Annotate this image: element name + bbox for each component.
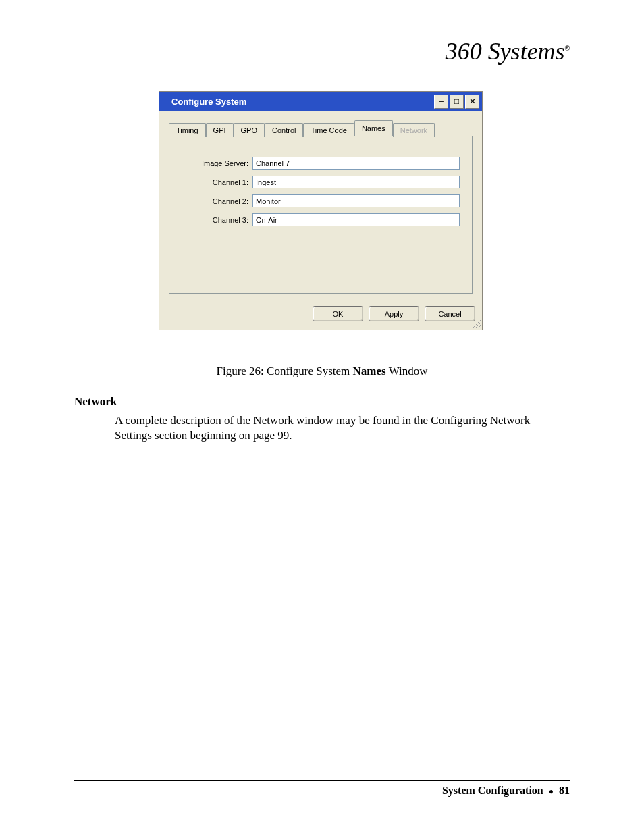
maximize-icon: □ bbox=[454, 97, 459, 105]
page-footer: System Configuration ● 81 bbox=[74, 780, 570, 797]
tab-names[interactable]: Names bbox=[354, 120, 393, 136]
minimize-icon: – bbox=[439, 97, 444, 105]
brand-logo: 360 Systems® bbox=[446, 37, 570, 66]
input-image-server[interactable] bbox=[252, 157, 460, 170]
tab-time-code[interactable]: Time Code bbox=[303, 123, 354, 137]
resize-grip-icon bbox=[471, 319, 481, 328]
figure-caption-prefix: Figure 26: Configure System bbox=[216, 365, 352, 377]
tabstrip: Timing GPI GPO Control Time Code Names N… bbox=[169, 120, 473, 136]
ok-button[interactable]: OK bbox=[313, 306, 363, 321]
apply-button[interactable]: Apply bbox=[369, 306, 419, 321]
brand-logo-mark: ® bbox=[565, 45, 570, 52]
close-button[interactable]: ✕ bbox=[465, 95, 479, 109]
label-channel-1: Channel 1: bbox=[182, 178, 252, 186]
figure-caption-bold: Names bbox=[353, 365, 386, 377]
label-image-server: Image Server: bbox=[182, 159, 252, 167]
figure-caption: Figure 26: Configure System Names Window bbox=[0, 365, 644, 378]
brand-logo-text: 360 Systems bbox=[446, 38, 565, 65]
cancel-button[interactable]: Cancel bbox=[425, 306, 475, 321]
field-row-channel-3: Channel 3: bbox=[182, 213, 460, 226]
tab-gpo[interactable]: GPO bbox=[234, 123, 265, 137]
titlebar: Configure System – □ ✕ bbox=[159, 92, 482, 111]
tab-control[interactable]: Control bbox=[265, 123, 303, 137]
label-channel-3: Channel 3: bbox=[182, 216, 252, 224]
footer-separator: ● bbox=[549, 787, 554, 796]
figure-caption-suffix: Window bbox=[386, 365, 428, 377]
label-channel-2: Channel 2: bbox=[182, 197, 252, 205]
section-body-network: A complete description of the Network wi… bbox=[115, 413, 570, 443]
field-row-channel-2: Channel 2: bbox=[182, 194, 460, 207]
close-icon: ✕ bbox=[469, 97, 476, 105]
svg-line-1 bbox=[475, 323, 481, 328]
tab-panel-names: Image Server: Channel 1: Channel 2: Chan… bbox=[169, 136, 473, 294]
field-row-channel-1: Channel 1: bbox=[182, 176, 460, 188]
minimize-button[interactable]: – bbox=[434, 95, 448, 109]
footer-rule bbox=[74, 780, 570, 781]
resize-grip[interactable] bbox=[471, 319, 481, 328]
field-row-image-server: Image Server: bbox=[182, 157, 460, 170]
input-channel-2[interactable] bbox=[252, 194, 460, 207]
footer-section: System Configuration bbox=[442, 785, 543, 796]
dialog-button-row: OK Apply Cancel bbox=[159, 299, 482, 330]
section-heading-network: Network bbox=[74, 395, 117, 409]
configure-system-dialog: Configure System – □ ✕ Timing GPI GPO Co… bbox=[159, 91, 483, 330]
footer-page-number: 81 bbox=[559, 785, 570, 796]
svg-line-2 bbox=[478, 325, 481, 328]
tab-gpi[interactable]: GPI bbox=[206, 123, 234, 137]
tab-timing[interactable]: Timing bbox=[169, 123, 206, 137]
input-channel-3[interactable] bbox=[252, 213, 460, 226]
maximize-button[interactable]: □ bbox=[450, 95, 464, 109]
dialog-body: Timing GPI GPO Control Time Code Names N… bbox=[159, 111, 482, 299]
input-channel-1[interactable] bbox=[252, 176, 460, 188]
tab-network[interactable]: Network bbox=[393, 123, 435, 137]
footer-text: System Configuration ● 81 bbox=[74, 785, 570, 797]
window-title: Configure System bbox=[171, 97, 433, 107]
